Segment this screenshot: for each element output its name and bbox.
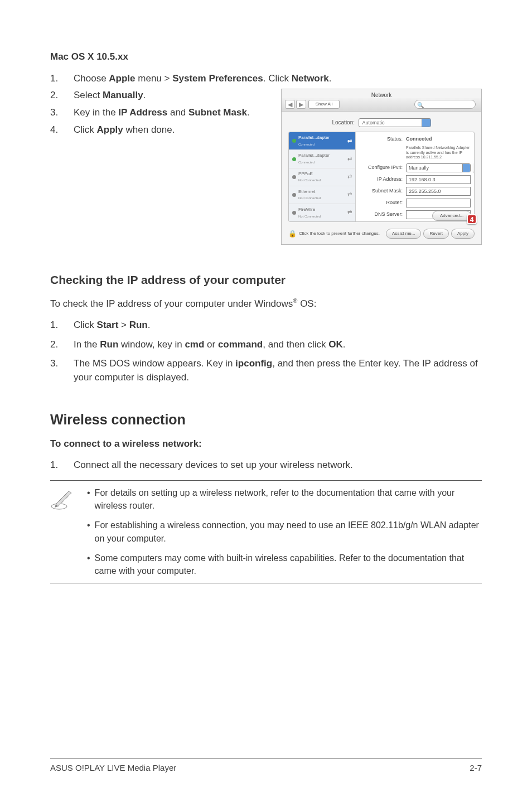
note-item: •Some computers may come with built-in w… xyxy=(87,552,482,577)
bullet: • xyxy=(87,552,90,577)
dns-label: DNS Server: xyxy=(359,211,403,218)
search-field[interactable]: 🔍 xyxy=(414,100,476,109)
bullet: • xyxy=(87,519,90,544)
location-label: Location: xyxy=(332,119,355,125)
status-sub: Parallels Shared Networking Adapter is c… xyxy=(406,146,471,160)
status-label: Status: xyxy=(359,136,403,143)
ip-label: IP Address: xyxy=(359,176,403,183)
sidebar-item[interactable]: Parallel...dapterConnected⇄ xyxy=(289,150,355,168)
interface-icon: ⇄ xyxy=(347,155,352,163)
status-dot xyxy=(292,175,296,179)
status-dot xyxy=(292,157,296,161)
step-text: In the Run window, key in cmd or command… xyxy=(74,338,482,352)
step-number: 1. xyxy=(50,318,74,332)
step-number: 1. xyxy=(50,458,74,472)
interface-icon: ⇄ xyxy=(347,209,352,217)
lock-text: Click the lock to prevent further change… xyxy=(299,230,384,237)
sidebar-item-label: PPPoENot Connected xyxy=(298,171,345,183)
check-ip-heading: Checking the IP address of your computer xyxy=(50,272,482,288)
mac-os-heading: Mac OS X 10.5.xx xyxy=(50,50,482,64)
sidebar-item-label: Parallel...dapterConnected xyxy=(298,134,345,147)
step-number: 3. xyxy=(50,106,74,120)
sidebar-item-label: EthernetNot Connected xyxy=(298,189,345,201)
assist-button[interactable]: Assist me... xyxy=(386,229,421,239)
network-prefs-screenshot: Network ◀ ▶ Show All 🔍 Location: Automat… xyxy=(281,89,482,245)
status-dot xyxy=(292,139,296,143)
note-text: For details on setting up a wireless net… xyxy=(95,486,482,512)
note-text: Some computers may come with built-in wi… xyxy=(95,552,482,577)
badge-2: 2 xyxy=(473,163,475,173)
note-block: •For details on setting up a wireless ne… xyxy=(50,480,482,583)
status-dot xyxy=(292,211,296,215)
sidebar-item[interactable]: Parallel...dapterConnected⇄ xyxy=(289,132,355,150)
search-icon: 🔍 xyxy=(417,102,424,110)
step-number: 3. xyxy=(50,357,74,384)
revert-button[interactable]: Revert xyxy=(423,229,449,239)
lock-icon[interactable]: 🔒 xyxy=(288,229,297,239)
toolbar: ◀ ▶ Show All 🔍 xyxy=(282,98,481,112)
sidebar-item[interactable]: PPPoENot Connected⇄ xyxy=(289,168,355,186)
router-label: Router: xyxy=(359,199,403,206)
wireless-heading: Wireless connection xyxy=(50,409,482,429)
configure-select[interactable]: Manually 2 xyxy=(406,163,471,172)
status-dot xyxy=(292,193,296,197)
apply-button[interactable]: Apply xyxy=(451,229,475,239)
step-text: Connect all the necessary devices to set… xyxy=(74,458,482,472)
step-text: The MS DOS window appears. Key in ipconf… xyxy=(74,357,482,384)
note-item: •For details on setting up a wireless ne… xyxy=(87,486,482,512)
interface-icon: ⇄ xyxy=(347,191,352,199)
note-text: For establishing a wireless connection, … xyxy=(95,519,482,544)
step-text: Click Start > Run. xyxy=(74,318,482,332)
search-domains-input[interactable] xyxy=(406,222,471,223)
step-text: Select Manually. xyxy=(74,89,262,103)
step-number: 2. xyxy=(50,89,74,103)
location-select[interactable]: Automatic xyxy=(359,118,431,127)
check-ip-intro: To check the IP address of your computer… xyxy=(50,297,482,311)
sidebar-item-label: Parallel...dapterConnected xyxy=(298,152,345,165)
back-button[interactable]: ◀ xyxy=(285,100,295,109)
footer-left: ASUS O!PLAY LIVE Media Player xyxy=(50,762,176,774)
pen-icon xyxy=(50,486,77,577)
note-item: •For establishing a wireless connection,… xyxy=(87,519,482,544)
interface-icon: ⇄ xyxy=(347,137,352,146)
step-number: 1. xyxy=(50,72,74,86)
configure-label: Configure IPv4: xyxy=(359,164,403,171)
page-footer: ASUS O!PLAY LIVE Media Player 2-7 xyxy=(50,758,482,774)
sidebar: Parallel...dapterConnected⇄Parallel...da… xyxy=(289,132,356,221)
footer-page: 2-7 xyxy=(470,762,482,774)
mask-label: Subnet Mask: xyxy=(359,187,403,195)
show-all-button[interactable]: Show All xyxy=(308,100,340,109)
ip-input[interactable]: 192.168.0.3 xyxy=(406,175,471,184)
router-input[interactable] xyxy=(406,199,471,207)
step-text: Choose Apple menu > System Preferences. … xyxy=(74,72,482,86)
sidebar-item-label: FireWireNot Connected xyxy=(298,206,345,219)
sidebar-item[interactable]: FireWireNot Connected⇄ xyxy=(289,204,355,222)
step-text: Key in the IP Address and Subnet Mask. xyxy=(74,106,262,120)
sidebar-item[interactable]: EthernetNot Connected⇄ xyxy=(289,186,355,204)
wireless-subheading: To connect to a wireless network: xyxy=(50,437,482,451)
forward-button[interactable]: ▶ xyxy=(296,100,306,109)
mask-input[interactable]: 255.255.255.0 xyxy=(406,187,471,196)
step-number: 2. xyxy=(50,338,74,352)
status-value: Connected xyxy=(406,136,471,143)
bullet: • xyxy=(87,486,90,512)
step-text: Click Apply when done. xyxy=(74,123,262,137)
step-number: 4. xyxy=(50,123,74,137)
interface-icon: ⇄ xyxy=(347,173,352,181)
badge-4: 4 xyxy=(467,214,477,224)
advanced-button[interactable]: Advanced... xyxy=(432,211,471,221)
